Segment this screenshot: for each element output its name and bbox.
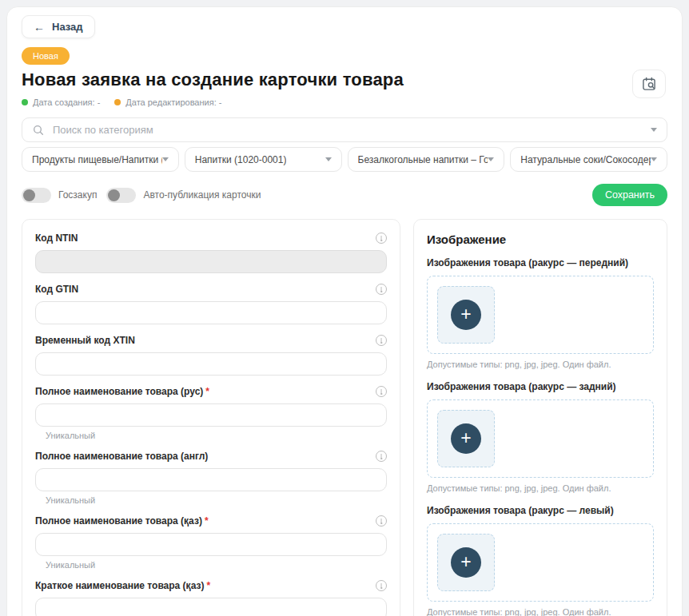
upload-tile[interactable]: +	[437, 534, 495, 591]
toggle-switch[interactable]	[22, 188, 51, 203]
chevron-down-icon[interactable]	[651, 128, 657, 132]
image-group-label: Изображения товара (ракурс — задний)	[427, 381, 654, 392]
created-date: Дата создания: -	[22, 97, 100, 107]
search-icon	[32, 124, 45, 137]
images-heading: Изображение	[427, 232, 654, 246]
info-icon[interactable]	[376, 515, 387, 527]
dropdown-value: Напитки (1020-0001)	[195, 154, 287, 165]
back-button-label: Назад	[52, 21, 83, 33]
field-label: Код NTIN	[35, 232, 78, 244]
toggle-goszakup[interactable]: Госзакуп	[22, 188, 97, 203]
dropdown-value: Натуральные соки/Сокосодер...	[520, 154, 651, 165]
plus-icon: +	[451, 423, 481, 454]
dropdown-value: Продукты пищевые/Напитки (1...	[32, 154, 162, 165]
toggle-label: Госзакуп	[58, 189, 97, 201]
info-icon[interactable]	[376, 451, 387, 462]
field-label: Полное наименование товара (англ)	[35, 451, 208, 462]
field-full-name-eng: Полное наименование товара (англ) Уникал…	[35, 451, 387, 505]
calendar-search-icon	[641, 76, 657, 92]
toolbar: Госзакуп Авто-публикация карточки Сохран…	[22, 184, 667, 206]
field-hint: Уникальный	[46, 560, 387, 570]
chevron-down-icon	[162, 157, 169, 161]
field-hint: Уникальный	[46, 431, 387, 440]
upload-tile[interactable]: +	[437, 410, 495, 467]
full-name-kaz-input[interactable]	[35, 533, 387, 556]
product-form-card: Код NTIN Код GTIN Временный код XTIN	[22, 219, 400, 616]
full-name-rus-input[interactable]	[35, 403, 387, 427]
image-group-label: Изображения товара (ракурс — передний)	[427, 257, 654, 268]
field-short-name-kaz: Краткое наименование товара (қаз)* Обяза…	[35, 580, 387, 616]
ntin-input	[35, 250, 387, 273]
image-group-left: Изображения товара (ракурс — левый) + До…	[427, 505, 654, 616]
file-types-hint: Допустимые типы: png, jpg, jpeg. Один фа…	[427, 483, 654, 493]
field-label: Полное наименование товара (рус)*	[35, 386, 209, 397]
info-icon[interactable]	[376, 284, 387, 295]
created-date-label: Дата создания: -	[33, 97, 100, 107]
full-name-eng-input[interactable]	[35, 468, 387, 491]
file-types-hint: Допустимые типы: png, jpg, jpeg. Один фа…	[427, 360, 654, 369]
short-name-kaz-input[interactable]	[35, 598, 387, 616]
page-title: Новая заявка на создание карточки товара	[22, 70, 667, 90]
edited-date: Дата редактирования: -	[114, 97, 221, 107]
field-ntin: Код NTIN	[35, 232, 387, 273]
image-group-back: Изображения товара (ракурс — задний) + Д…	[427, 381, 654, 493]
chevron-down-icon	[651, 157, 657, 161]
dropdown-category-level-3[interactable]: Безалкогольные напитки – Гот...	[348, 147, 505, 172]
xtin-input[interactable]	[35, 352, 387, 376]
toggle-label: Авто-публикация карточки	[143, 189, 261, 201]
images-card: Изображение Изображения товара (ракурс —…	[413, 219, 667, 616]
upload-dropzone: +	[427, 399, 654, 478]
history-calendar-button[interactable]	[632, 70, 666, 98]
dates-row: Дата создания: - Дата редактирования: -	[22, 97, 667, 107]
created-dot-icon	[22, 99, 28, 105]
info-icon[interactable]	[376, 386, 387, 397]
dropdown-value: Безалкогольные напитки – Гот...	[358, 154, 488, 165]
field-label: Код GTIN	[35, 284, 78, 295]
gtin-input[interactable]	[35, 301, 387, 324]
chevron-down-icon	[325, 157, 332, 161]
chevron-down-icon	[488, 157, 494, 161]
upload-tile[interactable]: +	[437, 286, 495, 344]
image-group-front: Изображения товара (ракурс — передний) +…	[427, 257, 654, 369]
upload-dropzone: +	[427, 276, 654, 354]
category-dropdowns: Продукты пищевые/Напитки (1... Напитки (…	[22, 147, 667, 172]
plus-icon: +	[451, 300, 481, 330]
info-icon[interactable]	[376, 580, 387, 591]
field-label: Краткое наименование товара (қаз)*	[35, 580, 210, 591]
main-content: Код NTIN Код GTIN Временный код XTIN	[22, 219, 667, 616]
field-label: Полное наименование товара (қаз)*	[35, 515, 209, 527]
edited-date-label: Дата редактирования: -	[125, 97, 221, 107]
status-badge: Новая	[22, 47, 70, 65]
dropdown-category-level-2[interactable]: Напитки (1020-0001)	[185, 147, 342, 172]
save-button[interactable]: Сохранить	[592, 184, 667, 206]
page-card: ← Назад Новая Новая заявка на создание к…	[6, 6, 683, 616]
edited-dot-icon	[114, 99, 121, 105]
upload-dropzone: +	[427, 523, 654, 602]
field-full-name-kaz: Полное наименование товара (қаз)* Уникал…	[35, 515, 387, 570]
field-label: Временный код XTIN	[35, 335, 135, 346]
field-hint: Уникальный	[46, 495, 387, 505]
field-full-name-rus: Полное наименование товара (рус)* Уникал…	[35, 386, 387, 440]
category-search-input[interactable]	[53, 124, 643, 136]
plus-icon: +	[451, 547, 481, 578]
toggle-switch[interactable]	[106, 188, 136, 203]
file-types-hint: Допустимые типы: png, jpg, jpeg. Один фа…	[427, 607, 654, 616]
dropdown-category-level-4[interactable]: Натуральные соки/Сокосодер...	[510, 147, 667, 172]
image-group-label: Изображения товара (ракурс — левый)	[427, 505, 654, 516]
field-xtin: Временный код XTIN	[35, 335, 387, 376]
back-arrow-icon: ←	[34, 22, 45, 33]
info-icon[interactable]	[376, 335, 387, 346]
category-search	[22, 117, 667, 142]
field-gtin: Код GTIN	[35, 284, 387, 324]
toggle-auto-publish[interactable]: Авто-публикация карточки	[106, 188, 261, 203]
dropdown-category-level-1[interactable]: Продукты пищевые/Напитки (1...	[22, 147, 179, 172]
info-icon[interactable]	[376, 232, 387, 244]
back-button[interactable]: ← Назад	[22, 15, 95, 38]
